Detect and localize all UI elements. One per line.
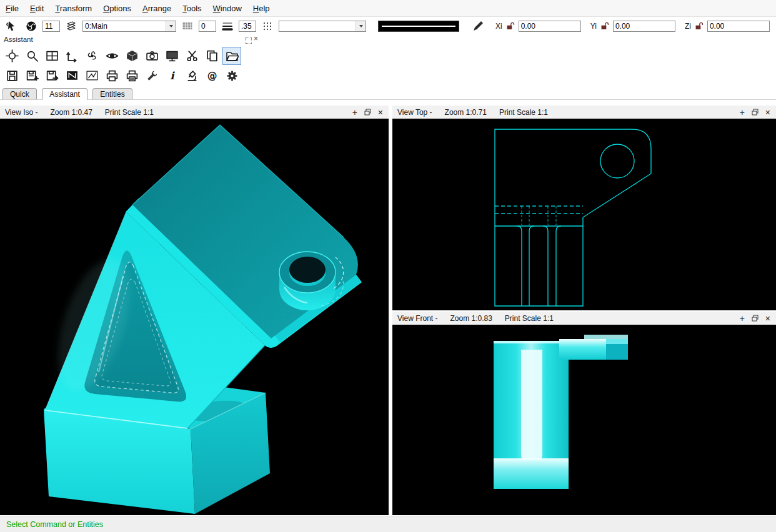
- visibility-icon[interactable]: [102, 47, 121, 65]
- tab-quick[interactable]: Quick: [2, 88, 37, 99]
- print-page-icon[interactable]: [122, 67, 141, 85]
- top-viewport-titlebar[interactable]: View Top - Zoom 1:0.71 Print Scale 1:1 +…: [392, 106, 776, 119]
- svg-text:@: @: [207, 70, 217, 82]
- main-toolbar: Xi Yi Zi: [0, 17, 776, 35]
- top-viewport-zoom: Zoom 1:0.71: [445, 108, 487, 117]
- panel-tabs: Quick Assistant Entities: [0, 88, 776, 100]
- iso-restore-icon[interactable]: [364, 108, 371, 117]
- assistant-icon-row-2: i @: [2, 67, 241, 85]
- xi-input[interactable]: [519, 21, 581, 32]
- status-bar: Select Command or Entities: [0, 516, 776, 532]
- count-input[interactable]: [42, 21, 60, 32]
- axes-icon[interactable]: [62, 47, 81, 65]
- front-restore-icon[interactable]: [752, 314, 759, 323]
- iso-viewport-titlebar[interactable]: View Iso - Zoom 1:0.47 Print Scale 1:1 +…: [0, 106, 389, 119]
- line-weight-icon[interactable]: [219, 19, 236, 34]
- menu-edit[interactable]: Edit: [24, 1, 49, 16]
- style-combo-arrow[interactable]: [356, 21, 366, 31]
- copy-icon[interactable]: [202, 47, 221, 65]
- viewport-grid-icon[interactable]: [42, 47, 61, 65]
- layer-combo-input[interactable]: [83, 22, 166, 31]
- info-icon[interactable]: i: [162, 67, 181, 85]
- orbit-icon[interactable]: [82, 47, 101, 65]
- inspect-icon[interactable]: [182, 67, 201, 85]
- layer-stack-icon[interactable]: [63, 19, 79, 34]
- zoom-icon[interactable]: [22, 47, 41, 65]
- assistant-close-button[interactable]: ×: [254, 35, 258, 42]
- style-combo[interactable]: [279, 21, 366, 32]
- top-model-wireframe[interactable]: [392, 119, 776, 310]
- origin-target-icon[interactable]: [2, 47, 21, 65]
- top-restore-icon[interactable]: [752, 108, 759, 117]
- open-folder-icon[interactable]: [222, 47, 241, 65]
- menu-tools[interactable]: Tools: [177, 1, 207, 16]
- front-viewport-zoom: Zoom 1:0.83: [450, 314, 492, 323]
- top-canvas[interactable]: [392, 119, 776, 310]
- iso-viewport-name: View Iso -: [5, 108, 37, 117]
- pen-weight-input[interactable]: [239, 21, 256, 32]
- iso-canvas[interactable]: [0, 119, 389, 515]
- menu-transform[interactable]: Transform: [49, 1, 97, 16]
- zi-label: Zi: [685, 22, 691, 31]
- panel-float-icon[interactable]: [245, 37, 252, 44]
- lock-y-icon[interactable]: [600, 21, 610, 32]
- save-icon[interactable]: [2, 67, 21, 85]
- wrench-icon[interactable]: [142, 67, 161, 85]
- print-icon[interactable]: [102, 67, 121, 85]
- iso-close-view-button[interactable]: ×: [378, 108, 383, 117]
- layer-combo[interactable]: [82, 21, 176, 32]
- save-plus-icon[interactable]: [22, 67, 41, 85]
- yi-label: Yi: [590, 22, 597, 31]
- status-message: Select Command or Entities: [6, 520, 103, 529]
- line-style-preview[interactable]: [378, 21, 459, 32]
- at-sign-icon[interactable]: @: [202, 67, 221, 85]
- save-export-icon[interactable]: [42, 67, 61, 85]
- assistant-panel-title: Assistant: [4, 36, 33, 43]
- grid-input[interactable]: [199, 21, 216, 32]
- scissors-icon[interactable]: [182, 47, 201, 65]
- menu-options[interactable]: Options: [97, 1, 137, 16]
- lock-x-icon[interactable]: [505, 21, 515, 32]
- front-close-view-button[interactable]: ×: [765, 314, 770, 323]
- top-add-view-button[interactable]: +: [740, 108, 745, 117]
- menu-arrange[interactable]: Arrange: [137, 1, 177, 16]
- plot-nodes-icon[interactable]: [82, 67, 101, 85]
- top-close-view-button[interactable]: ×: [765, 108, 770, 117]
- plot-dark-icon[interactable]: [62, 67, 81, 85]
- menu-bar: File Edit Transform Options Arrange Tool…: [0, 0, 776, 17]
- cad-application-window: File Edit Transform Options Arrange Tool…: [0, 0, 776, 532]
- gear-icon[interactable]: [222, 67, 241, 85]
- solid-box-icon[interactable]: [122, 47, 141, 65]
- iso-add-view-button[interactable]: +: [352, 108, 357, 117]
- pointer-snap-icon[interactable]: [4, 19, 20, 34]
- hatch-pattern-icon[interactable]: [179, 19, 196, 34]
- xi-label: Xi: [495, 22, 502, 31]
- front-canvas[interactable]: [392, 325, 776, 515]
- top-viewport-print-scale: Print Scale 1:1: [499, 108, 548, 117]
- front-viewport-name: View Front -: [397, 314, 437, 323]
- iso-model-part[interactable]: [0, 119, 389, 515]
- tab-assistant[interactable]: Assistant: [42, 88, 87, 100]
- camera-icon[interactable]: [142, 47, 161, 65]
- dot-grid-icon[interactable]: [259, 19, 276, 34]
- yi-input[interactable]: [613, 21, 675, 32]
- menu-help[interactable]: Help: [247, 1, 276, 16]
- front-add-view-button[interactable]: +: [740, 314, 745, 323]
- iso-viewport-zoom: Zoom 1:0.47: [50, 108, 92, 117]
- front-model-part[interactable]: [392, 325, 776, 515]
- menu-file[interactable]: File: [0, 1, 24, 16]
- spin-view-icon[interactable]: [23, 19, 39, 34]
- menu-window[interactable]: Window: [207, 1, 247, 16]
- style-combo-input[interactable]: [279, 22, 356, 31]
- layer-combo-arrow[interactable]: [166, 21, 176, 31]
- assistant-icon-row-1: [2, 47, 241, 65]
- screen-icon[interactable]: [162, 47, 181, 65]
- lock-z-icon[interactable]: [694, 21, 704, 32]
- tab-entities[interactable]: Entities: [92, 88, 132, 99]
- line-style-sample: [382, 26, 455, 27]
- iso-viewport-print-scale: Print Scale 1:1: [105, 108, 154, 117]
- eyedropper-icon[interactable]: [470, 19, 486, 34]
- zi-input[interactable]: [707, 21, 770, 32]
- front-viewport-print-scale: Print Scale 1:1: [505, 314, 554, 323]
- front-viewport-titlebar[interactable]: View Front - Zoom 1:0.83 Print Scale 1:1…: [392, 312, 776, 325]
